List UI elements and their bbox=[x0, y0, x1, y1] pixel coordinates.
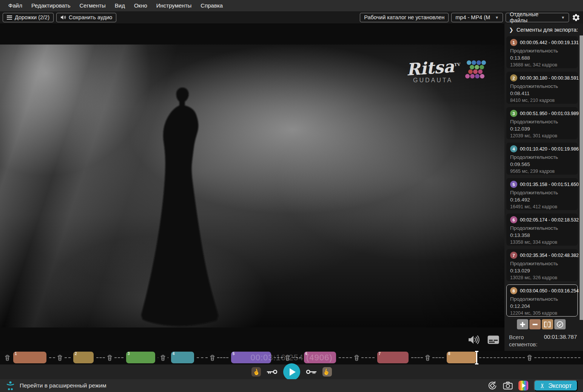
segments-panel: ❯ Сегменты для экспорта: 1 00:00:05.442 … bbox=[504, 23, 583, 351]
menu-item[interactable]: Инструменты bbox=[152, 0, 196, 11]
segment-badge: 7 bbox=[510, 252, 517, 259]
segments-total: Всего сегментов: 00:01:38.787 bbox=[509, 334, 577, 348]
add-segment-button[interactable] bbox=[517, 319, 528, 329]
segment-range: 00:01:35.158 - 00:01:51.650 bbox=[520, 182, 579, 187]
app-window: ФайлРедактироватьСегментыВидОкноИнструме… bbox=[0, 0, 583, 392]
tracks-button[interactable]: Дорожки (2/2) bbox=[3, 13, 54, 22]
next-keyframe-key-icon[interactable] bbox=[306, 369, 317, 375]
segment-card[interactable]: 1 00:00:05.442 - 00:00:19.131 Продолжите… bbox=[506, 36, 578, 68]
segment-duration: 0:13.688 bbox=[510, 54, 574, 61]
segment-card[interactable]: 4 00:01:10.420 - 00:01:19.986 Продолжите… bbox=[506, 143, 578, 175]
timeline-segment[interactable]: 6 bbox=[304, 352, 336, 363]
segment-details: 16491 мс, 412 кадров bbox=[510, 203, 574, 210]
split-segment-button[interactable] bbox=[542, 319, 553, 329]
segment-details: 12204 мс, 305 кадров bbox=[510, 310, 574, 317]
chevron-right-icon: ❯ bbox=[509, 27, 514, 33]
segment-badge: 2 bbox=[510, 74, 517, 81]
timeline-gap bbox=[94, 351, 126, 364]
segment-range: 00:03:04.050 - 00:03:16.254 bbox=[520, 288, 579, 294]
menu-item[interactable]: Справка bbox=[196, 0, 227, 11]
segment-range: 00:00:51.950 - 00:01:03.989 bbox=[520, 111, 579, 116]
delete-segment-icon[interactable] bbox=[160, 354, 166, 361]
scissors-icon: ✂ bbox=[539, 383, 546, 388]
menu-item[interactable]: Редактировать bbox=[27, 0, 75, 11]
timeline-segment[interactable]: 1 bbox=[13, 352, 46, 363]
segment-actions bbox=[504, 319, 578, 329]
segment-badge: 3 bbox=[510, 110, 517, 117]
segment-card[interactable]: 6 00:02:05.174 - 00:02:18.532 Продолжите… bbox=[506, 214, 578, 246]
prev-keyframe-key-icon[interactable] bbox=[267, 369, 278, 375]
caret-down-icon: ▼ bbox=[495, 15, 499, 20]
advanced-mode-button[interactable]: Перейти в расширенный режим bbox=[5, 381, 106, 391]
format-select[interactable]: mp4 - MP4 (M ▼ bbox=[451, 13, 503, 22]
video-player[interactable]: RitsaTV GUDAUTA bbox=[0, 45, 504, 327]
play-button[interactable] bbox=[283, 363, 300, 380]
segment-card[interactable]: 8 00:03:04.050 - 00:03:16.254 Продолжите… bbox=[506, 284, 578, 317]
delete-segment-icon[interactable] bbox=[527, 354, 532, 361]
playhead[interactable] bbox=[476, 351, 477, 364]
segment-card[interactable]: 7 00:02:35.354 - 00:02:48.382 Продолжите… bbox=[506, 249, 578, 281]
segment-card[interactable]: 2 00:00:30.180 - 00:00:38.591 Продолжите… bbox=[506, 72, 578, 104]
menu-item[interactable]: Вид bbox=[110, 0, 130, 11]
timeline-segment[interactable]: 3 bbox=[126, 352, 155, 363]
footer-bar: Перейти в расширенный режим ✂ Экспорт bbox=[0, 379, 583, 392]
set-segment-start-button[interactable]: ☝ bbox=[251, 367, 261, 377]
timeline-gap bbox=[194, 351, 231, 364]
segment-details: 12039 мс, 301 кадров bbox=[510, 132, 574, 139]
menu-item[interactable]: Сегменты bbox=[75, 0, 110, 11]
segment-badge: 1 bbox=[510, 39, 517, 46]
segment-badge: 6 bbox=[510, 216, 517, 223]
segment-duration: 0:12.039 bbox=[510, 125, 574, 132]
segment-list: 1 00:00:05.442 - 00:00:19.131 Продолжите… bbox=[506, 36, 578, 320]
output-mode-select[interactable]: Отдельные файлы ▼ bbox=[506, 13, 569, 22]
segments-scrollbar[interactable] bbox=[580, 35, 583, 320]
delete-segment-icon[interactable] bbox=[5, 354, 10, 361]
segment-details: 9565 мс, 239 кадров bbox=[510, 168, 574, 175]
segments-panel-header[interactable]: ❯ Сегменты для экспорта: bbox=[504, 23, 583, 36]
menu-item[interactable]: Файл bbox=[4, 0, 27, 11]
segment-duration-label: Продолжительность bbox=[510, 189, 574, 196]
segment-details: 8410 мс, 210 кадров bbox=[510, 97, 574, 104]
set-segment-end-button[interactable]: ☝ bbox=[322, 367, 332, 377]
person-icon bbox=[5, 381, 15, 391]
timeline-segment[interactable]: 8 bbox=[447, 352, 476, 363]
segment-card[interactable]: 3 00:00:51.950 - 00:01:03.989 Продолжите… bbox=[506, 107, 578, 139]
timeline-gap bbox=[271, 351, 304, 364]
gear-icon[interactable] bbox=[572, 13, 580, 22]
menu-item[interactable]: Окно bbox=[130, 0, 152, 11]
menu-bar: ФайлРедактироватьСегментыВидОкноИнструме… bbox=[0, 0, 583, 11]
volume-icon[interactable] bbox=[467, 335, 480, 345]
invert-segments-button[interactable] bbox=[554, 319, 566, 329]
segment-duration: 0:16.492 bbox=[510, 196, 574, 203]
light-beams bbox=[0, 45, 504, 327]
delete-segment-icon[interactable] bbox=[57, 354, 63, 361]
hand-end-icon: ☝ bbox=[322, 367, 331, 376]
subtitles-icon[interactable] bbox=[487, 335, 499, 344]
toolbar: Дорожки (2/2) Сохранить аудио Рабочий ка… bbox=[0, 11, 583, 23]
segment-duration-label: Продолжительность bbox=[510, 47, 574, 54]
timeline-segment[interactable]: 4 bbox=[171, 352, 194, 363]
remove-segment-button[interactable] bbox=[529, 319, 541, 329]
segment-range: 00:02:35.354 - 00:02:48.382 bbox=[520, 253, 579, 258]
delete-segment-icon[interactable] bbox=[285, 354, 290, 361]
delete-segment-icon[interactable] bbox=[354, 354, 359, 361]
segment-badge: 5 bbox=[510, 181, 517, 188]
delete-segment-icon[interactable] bbox=[425, 354, 430, 361]
watermark-name: RitsaTV bbox=[406, 58, 461, 78]
segment-duration: 0:13.358 bbox=[510, 232, 574, 239]
save-audio-button[interactable]: Сохранить аудио bbox=[56, 13, 116, 22]
export-button[interactable]: ✂ Экспорт bbox=[534, 380, 578, 391]
timeline[interactable]: 00:03:16.254 (4906) 12345678 bbox=[0, 351, 583, 364]
segment-card[interactable]: 5 00:01:35.158 - 00:01:51.650 Продолжите… bbox=[506, 178, 578, 210]
timeline-segment[interactable]: 7 bbox=[377, 352, 409, 363]
timeline-segment[interactable]: 5 bbox=[231, 352, 271, 363]
rotate-icon[interactable] bbox=[487, 381, 497, 390]
segment-details: 13028 мс, 326 кадров bbox=[510, 274, 574, 281]
working-dir-button[interactable]: Рабочий каталог не установлен bbox=[360, 13, 449, 22]
segment-details: 13358 мс, 334 кадров bbox=[510, 239, 574, 246]
camera-icon[interactable] bbox=[503, 381, 513, 390]
delete-segment-icon[interactable] bbox=[107, 354, 113, 361]
delete-segment-icon[interactable] bbox=[210, 354, 215, 361]
timeline-segment[interactable]: 2 bbox=[73, 352, 94, 363]
app-logo-icon[interactable] bbox=[518, 381, 528, 390]
